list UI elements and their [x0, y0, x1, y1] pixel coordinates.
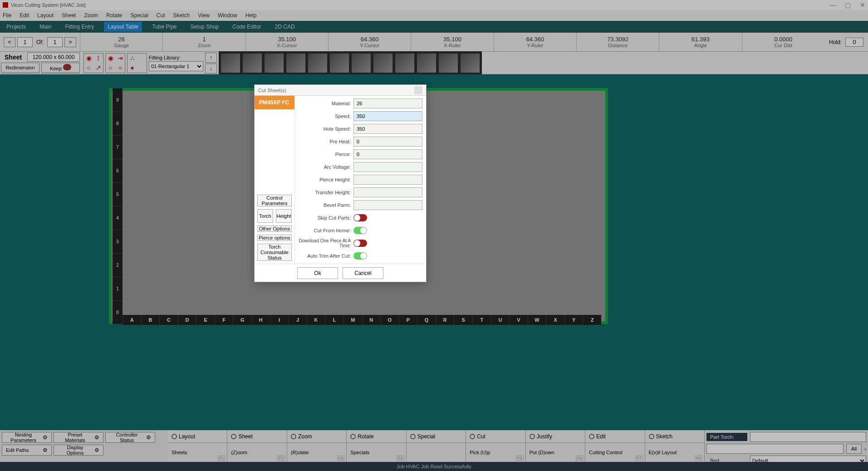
ok-button[interactable]: Ok: [297, 267, 338, 279]
torch-list-item[interactable]: PM45XP FC: [255, 96, 294, 109]
dialog-close-button[interactable]: [414, 86, 422, 94]
pierce-label: Pierce:: [299, 152, 351, 157]
arc-voltage-input[interactable]: [353, 162, 422, 172]
dialog-footer: Ok Cancel: [255, 264, 426, 282]
dialog-title: Cut Sheet(s): [258, 88, 286, 93]
skip-cut-toggle[interactable]: [353, 214, 367, 221]
pierce-height-input[interactable]: [353, 175, 422, 185]
dialog-titlebar: Cut Sheet(s): [255, 85, 426, 96]
cancel-button[interactable]: Cancel: [343, 267, 383, 279]
auto-trim-label: Auto Trim After Cut:: [299, 253, 351, 259]
cut-sheets-dialog: Cut Sheet(s) PM45XP FC Control Parameter…: [254, 84, 427, 282]
speed-label: Speed:: [299, 113, 351, 119]
download-one-toggle[interactable]: [353, 240, 367, 247]
height-button[interactable]: Height: [276, 209, 292, 223]
other-options-button[interactable]: Other Options: [257, 226, 292, 232]
auto-trim-toggle[interactable]: [353, 252, 367, 260]
bevel-parm-label: Bevel Parm:: [299, 202, 351, 208]
torch-consumable-status-button[interactable]: Torch Consumable Status: [257, 244, 292, 261]
transfer-height-input[interactable]: [353, 187, 422, 197]
pierce-height-label: Pierce Height:: [299, 177, 351, 182]
hole-speed-input[interactable]: [353, 124, 422, 134]
skip-cut-label: Skip Cut Parts:: [299, 215, 351, 221]
pierce-input[interactable]: [353, 149, 422, 159]
speed-input[interactable]: [353, 111, 422, 121]
material-label: Material:: [299, 101, 351, 106]
pierce-options-button[interactable]: Pierce options: [257, 235, 292, 241]
control-parameters-button[interactable]: Control Parameters: [257, 195, 292, 206]
dialog-list-pane: PM45XP FC Control Parameters Torch Heigh…: [255, 96, 295, 264]
pre-heat-label: Pre Heat:: [299, 139, 351, 144]
cut-from-home-toggle[interactable]: [353, 227, 367, 234]
dialog-fields: Material: Speed: Hole Speed: Pre Heat: P…: [295, 96, 426, 264]
transfer-height-label: Transfer Height:: [299, 190, 351, 195]
pre-heat-input[interactable]: [353, 137, 422, 147]
hole-speed-label: Hole Speed:: [299, 126, 351, 132]
cut-from-home-label: Cut From Home:: [299, 228, 351, 233]
bevel-parm-input[interactable]: [353, 200, 422, 210]
arc-voltage-label: Arc Voltage:: [299, 164, 351, 170]
modal-backdrop[interactable]: [0, 0, 868, 471]
download-one-label: Download One Piece At A Time:: [299, 238, 351, 248]
material-input[interactable]: [353, 98, 422, 108]
torch-button[interactable]: Torch: [257, 209, 273, 223]
